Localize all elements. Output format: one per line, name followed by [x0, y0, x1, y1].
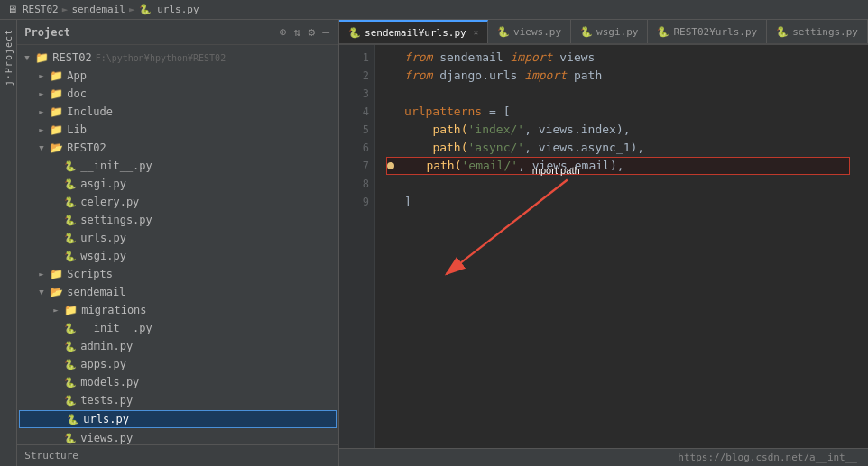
tree-label-app: App — [67, 69, 87, 82]
tab-bar: 🐍 sendemail¥urls.py ✕ 🐍 views.py 🐍 wsgi.… — [339, 20, 868, 45]
tab-label-wsgi: wsgi.py — [596, 26, 638, 38]
tab-label-sendemail-urls: sendemail¥urls.py — [365, 27, 466, 39]
tree-item-tests[interactable]: ► 🐍 tests.py — [17, 391, 338, 409]
structure-tab[interactable]: Structure — [24, 450, 78, 461]
tree-item-models[interactable]: ► 🐍 models.py — [17, 373, 338, 391]
tree-item-admin[interactable]: ► 🐍 admin.py — [17, 337, 338, 355]
py-icon-tests: 🐍 — [64, 395, 77, 407]
breadcrumb: REST02 ► sendemail ► 🐍 urls.py — [23, 4, 199, 15]
tree-item-init-send[interactable]: ► 🐍 __init__.py — [17, 319, 338, 337]
tab-icon-wsgi: 🐍 — [580, 26, 593, 38]
code-line-1: from sendemail import views — [386, 49, 868, 67]
tab-icon-rest02-urls: 🐍 — [657, 26, 669, 38]
tab-rest02-urls[interactable]: 🐍 REST02¥urls.py — [648, 20, 767, 43]
title-bar: 🖥 REST02 ► sendemail ► 🐍 urls.py — [0, 0, 868, 20]
folder-icon-include: 📁 — [50, 105, 63, 118]
tree-arrow-lib: ► — [39, 125, 50, 134]
line-num-3: 3 — [363, 85, 369, 103]
tab-views[interactable]: 🐍 views.py — [488, 20, 571, 43]
toolbar-icons: ⊕ ⇅ ⚙ — — [278, 24, 331, 40]
py-icon-asgi: 🐍 — [64, 178, 77, 190]
tab-label-settings: settings.py — [792, 26, 858, 38]
folder-icon-doc: 📁 — [50, 87, 63, 100]
code-line-5: path('index/', views.index), — [386, 121, 868, 139]
tree-item-init-rest02[interactable]: ► 🐍 __init__.py — [17, 157, 338, 175]
minimize-icon[interactable]: — — [320, 24, 331, 40]
folder-icon-migrations: 📁 — [64, 304, 78, 316]
tab-sendemail-urls[interactable]: 🐍 sendemail¥urls.py ✕ — [339, 20, 488, 43]
breadcrumb-file: 🐍 urls.py — [139, 4, 199, 15]
tab-close-sendemail-urls[interactable]: ✕ — [474, 28, 478, 37]
url-text: https://blog.csdn.net/a__int__ — [678, 452, 857, 463]
tree-item-apps[interactable]: ► 🐍 apps.py — [17, 355, 338, 373]
tree-item-celery[interactable]: ► 🐍 celery.py — [17, 193, 338, 211]
tree-arrow-doc: ► — [39, 89, 50, 98]
settings-icon[interactable]: ⚙ — [306, 24, 317, 40]
editor-area: 🐍 sendemail¥urls.py ✕ 🐍 views.py 🐍 wsgi.… — [339, 20, 868, 466]
tree-label-scripts: Scripts — [67, 268, 113, 280]
project-panel-title: Project — [24, 26, 272, 39]
sidebar-vertical: j·Project — [0, 20, 17, 466]
tree-label-init-rest02: __init__.py — [80, 160, 152, 172]
tree-arrow-rest02: ▼ — [39, 143, 50, 152]
tab-label-views: views.py — [513, 26, 561, 38]
tab-icon-views: 🐍 — [497, 26, 510, 38]
tree-item-app[interactable]: ► 📁 App — [17, 67, 338, 85]
folder-icon-lib: 📁 — [50, 123, 63, 136]
line-num-4: 4 — [363, 103, 369, 121]
tree-item-migrations[interactable]: ► 📁 migrations — [17, 301, 338, 319]
code-line-9: ] — [386, 193, 868, 211]
tree-item-settings[interactable]: ► 🐍 settings.py — [17, 211, 338, 229]
tree-label-migrations: migrations — [81, 304, 146, 316]
tree-item-urls-rest02[interactable]: ► 🐍 urls.py — [17, 229, 338, 247]
py-icon-init-send: 🐍 — [64, 323, 77, 334]
tree-label-urls-rest02: urls.py — [80, 232, 126, 244]
tree-item-asgi[interactable]: ► 🐍 asgi.py — [17, 175, 338, 193]
py-icon-urls-rest02: 🐍 — [64, 233, 77, 244]
url-bar: https://blog.csdn.net/a__int__ — [339, 448, 868, 466]
code-line-3 — [386, 85, 868, 103]
tree-label-init-send: __init__.py — [80, 322, 152, 334]
tree-item-lib[interactable]: ► 📁 Lib — [17, 121, 338, 139]
tree-arrow-root: ▼ — [24, 53, 35, 62]
tab-wsgi[interactable]: 🐍 wsgi.py — [571, 20, 648, 43]
project-toolbar: Project ⊕ ⇅ ⚙ — — [17, 20, 338, 45]
py-icon-urls-send: 🐍 — [67, 414, 79, 425]
line-num-1: 1 — [363, 49, 369, 67]
tree-item-include[interactable]: ► 📁 Include — [17, 103, 338, 121]
folder-icon-app: 📁 — [50, 69, 63, 82]
py-icon-init-rest02: 🐍 — [64, 160, 77, 172]
tree-root[interactable]: ▼ 📁 REST02 F:\python¥hpython¥REST02 — [17, 49, 338, 67]
code-line-6: path('async/', views.async_1), — [386, 139, 868, 157]
tree-item-wsgi[interactable]: ► 🐍 wsgi.py — [17, 247, 338, 265]
line-num-7: 7 — [363, 157, 369, 175]
project-panel: Project ⊕ ⇅ ⚙ — ▼ 📁 REST02 F:\python¥hpy… — [17, 20, 339, 466]
tab-label-rest02-urls: REST02¥urls.py — [673, 26, 757, 38]
tree-item-doc[interactable]: ► 📁 doc — [17, 85, 338, 103]
tree-item-rest02[interactable]: ▼ 📂 REST02 — [17, 139, 338, 157]
project-vertical-label: j·Project — [4, 29, 14, 86]
line-num-8: 8 — [363, 175, 369, 193]
code-content[interactable]: from sendemail import views from django.… — [375, 45, 868, 448]
tree-root-label: REST02 — [52, 51, 91, 64]
sort-icon[interactable]: ⇅ — [292, 24, 303, 40]
py-icon-views: 🐍 — [64, 433, 77, 444]
tree-label-admin: admin.py — [80, 340, 133, 352]
folder-icon: 📁 — [35, 51, 49, 64]
line-num-9: 9 — [363, 193, 369, 211]
tree-arrow-include: ► — [39, 107, 50, 116]
code-line-8 — [386, 175, 868, 193]
tree-item-scripts[interactable]: ► 📁 Scripts — [17, 265, 338, 283]
tree-item-sendemail[interactable]: ▼ 📂 sendemail — [17, 283, 338, 301]
code-line-4: urlpatterns = [ — [386, 103, 868, 121]
tree-label-lib: Lib — [67, 123, 87, 136]
folder-icon-rest02: 📂 — [50, 142, 63, 154]
add-icon[interactable]: ⊕ — [278, 24, 289, 40]
tree-label-tests: tests.py — [80, 394, 133, 407]
tree-label-rest02: REST02 — [67, 142, 106, 154]
tab-settings[interactable]: 🐍 settings.py — [767, 20, 868, 43]
tree-label-wsgi: wsgi.py — [80, 250, 126, 262]
folder-icon-scripts: 📁 — [50, 268, 63, 280]
tree-item-views[interactable]: ► 🐍 views.py — [17, 429, 338, 444]
tree-item-urls-send[interactable]: ► 🐍 urls.py — [19, 410, 337, 428]
